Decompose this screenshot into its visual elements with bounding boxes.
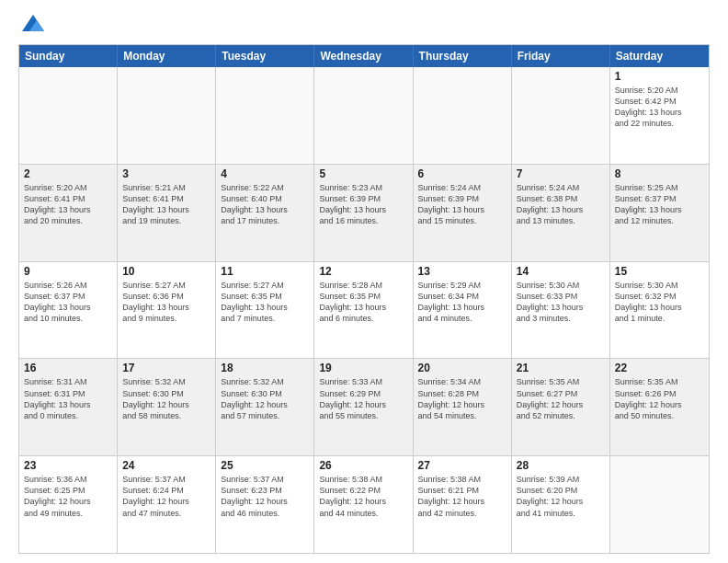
day-cell-24: 24Sunrise: 5:37 AM Sunset: 6:24 PM Dayli… <box>118 456 216 553</box>
day-cell-23: 23Sunrise: 5:36 AM Sunset: 6:25 PM Dayli… <box>19 456 118 553</box>
day-cell-26: 26Sunrise: 5:38 AM Sunset: 6:22 PM Dayli… <box>314 456 413 553</box>
day-number: 21 <box>517 362 605 374</box>
day-number: 2 <box>24 167 112 180</box>
day-number: 14 <box>517 265 605 278</box>
header <box>18 15 710 37</box>
day-number: 25 <box>221 459 309 472</box>
day-info: Sunrise: 5:32 AM Sunset: 6:30 PM Dayligh… <box>221 376 309 421</box>
weekday-header-thursday: Thursday <box>414 45 512 67</box>
day-info: Sunrise: 5:26 AM Sunset: 6:37 PM Dayligh… <box>24 280 112 325</box>
day-cell-9: 9Sunrise: 5:26 AM Sunset: 6:37 PM Daylig… <box>19 262 118 359</box>
day-cell-6: 6Sunrise: 5:24 AM Sunset: 6:39 PM Daylig… <box>414 165 512 261</box>
weekday-header-wednesday: Wednesday <box>314 45 413 67</box>
day-number: 3 <box>122 167 210 180</box>
day-cell-18: 18Sunrise: 5:32 AM Sunset: 6:30 PM Dayli… <box>216 359 314 455</box>
day-number: 20 <box>418 362 506 374</box>
day-cell-4: 4Sunrise: 5:22 AM Sunset: 6:40 PM Daylig… <box>216 165 314 261</box>
weekday-header-sunday: Sunday <box>19 45 118 67</box>
empty-cell <box>19 67 118 164</box>
day-number: 27 <box>418 459 506 472</box>
day-info: Sunrise: 5:30 AM Sunset: 6:32 PM Dayligh… <box>615 280 704 325</box>
day-info: Sunrise: 5:22 AM Sunset: 6:40 PM Dayligh… <box>221 182 309 227</box>
day-cell-16: 16Sunrise: 5:31 AM Sunset: 6:31 PM Dayli… <box>19 359 118 455</box>
day-number: 23 <box>24 459 112 472</box>
day-info: Sunrise: 5:39 AM Sunset: 6:20 PM Dayligh… <box>517 474 605 519</box>
day-cell-1: 1Sunrise: 5:20 AM Sunset: 6:42 PM Daylig… <box>610 67 709 164</box>
day-cell-17: 17Sunrise: 5:32 AM Sunset: 6:30 PM Dayli… <box>118 359 216 455</box>
day-number: 1 <box>615 70 704 83</box>
day-info: Sunrise: 5:35 AM Sunset: 6:26 PM Dayligh… <box>615 376 704 421</box>
day-cell-28: 28Sunrise: 5:39 AM Sunset: 6:20 PM Dayli… <box>512 456 610 553</box>
day-number: 5 <box>319 167 407 180</box>
day-cell-8: 8Sunrise: 5:25 AM Sunset: 6:37 PM Daylig… <box>610 165 709 261</box>
day-info: Sunrise: 5:37 AM Sunset: 6:23 PM Dayligh… <box>221 474 309 519</box>
empty-cell <box>414 67 512 164</box>
day-info: Sunrise: 5:21 AM Sunset: 6:41 PM Dayligh… <box>122 182 210 227</box>
day-info: Sunrise: 5:25 AM Sunset: 6:37 PM Dayligh… <box>615 182 704 227</box>
day-info: Sunrise: 5:35 AM Sunset: 6:27 PM Dayligh… <box>517 376 605 421</box>
day-number: 17 <box>122 362 210 374</box>
day-number: 28 <box>517 459 605 472</box>
day-info: Sunrise: 5:34 AM Sunset: 6:28 PM Dayligh… <box>418 376 506 421</box>
calendar-body: 1Sunrise: 5:20 AM Sunset: 6:42 PM Daylig… <box>19 67 709 553</box>
day-number: 11 <box>221 265 309 278</box>
day-cell-22: 22Sunrise: 5:35 AM Sunset: 6:26 PM Dayli… <box>610 359 709 455</box>
calendar-row-4: 23Sunrise: 5:36 AM Sunset: 6:25 PM Dayli… <box>19 455 709 553</box>
empty-cell <box>314 67 413 164</box>
day-info: Sunrise: 5:31 AM Sunset: 6:31 PM Dayligh… <box>24 376 112 421</box>
day-info: Sunrise: 5:23 AM Sunset: 6:39 PM Dayligh… <box>319 182 407 227</box>
empty-cell <box>118 67 216 164</box>
day-info: Sunrise: 5:30 AM Sunset: 6:33 PM Dayligh… <box>517 280 605 325</box>
weekday-header-tuesday: Tuesday <box>216 45 314 67</box>
day-cell-19: 19Sunrise: 5:33 AM Sunset: 6:29 PM Dayli… <box>314 359 413 455</box>
day-info: Sunrise: 5:27 AM Sunset: 6:36 PM Dayligh… <box>122 280 210 325</box>
day-number: 9 <box>24 265 112 278</box>
day-info: Sunrise: 5:37 AM Sunset: 6:24 PM Dayligh… <box>122 474 210 519</box>
calendar-row-1: 2Sunrise: 5:20 AM Sunset: 6:41 PM Daylig… <box>19 164 709 261</box>
day-cell-27: 27Sunrise: 5:38 AM Sunset: 6:21 PM Dayli… <box>414 456 512 553</box>
day-info: Sunrise: 5:33 AM Sunset: 6:29 PM Dayligh… <box>319 376 407 421</box>
day-info: Sunrise: 5:27 AM Sunset: 6:35 PM Dayligh… <box>221 280 309 325</box>
logo <box>18 15 46 37</box>
day-cell-2: 2Sunrise: 5:20 AM Sunset: 6:41 PM Daylig… <box>19 165 118 261</box>
page: SundayMondayTuesdayWednesdayThursdayFrid… <box>0 0 728 563</box>
day-info: Sunrise: 5:38 AM Sunset: 6:21 PM Dayligh… <box>418 474 506 519</box>
day-number: 12 <box>319 265 407 278</box>
day-cell-13: 13Sunrise: 5:29 AM Sunset: 6:34 PM Dayli… <box>414 262 512 359</box>
day-number: 26 <box>319 459 407 472</box>
day-info: Sunrise: 5:24 AM Sunset: 6:39 PM Dayligh… <box>418 182 506 227</box>
day-number: 4 <box>221 167 309 180</box>
day-info: Sunrise: 5:38 AM Sunset: 6:22 PM Dayligh… <box>319 474 407 519</box>
logo-icon <box>20 11 46 37</box>
day-info: Sunrise: 5:32 AM Sunset: 6:30 PM Dayligh… <box>122 376 210 421</box>
day-number: 18 <box>221 362 309 374</box>
day-info: Sunrise: 5:20 AM Sunset: 6:42 PM Dayligh… <box>615 85 704 130</box>
day-info: Sunrise: 5:29 AM Sunset: 6:34 PM Dayligh… <box>418 280 506 325</box>
day-cell-5: 5Sunrise: 5:23 AM Sunset: 6:39 PM Daylig… <box>314 165 413 261</box>
day-number: 16 <box>24 362 112 374</box>
weekday-header-saturday: Saturday <box>610 45 709 67</box>
day-cell-20: 20Sunrise: 5:34 AM Sunset: 6:28 PM Dayli… <box>414 359 512 455</box>
day-number: 7 <box>517 167 605 180</box>
day-number: 24 <box>122 459 210 472</box>
day-number: 6 <box>418 167 506 180</box>
empty-cell <box>610 456 709 553</box>
calendar-row-3: 16Sunrise: 5:31 AM Sunset: 6:31 PM Dayli… <box>19 358 709 455</box>
day-info: Sunrise: 5:36 AM Sunset: 6:25 PM Dayligh… <box>24 474 112 519</box>
day-cell-11: 11Sunrise: 5:27 AM Sunset: 6:35 PM Dayli… <box>216 262 314 359</box>
day-number: 19 <box>319 362 407 374</box>
weekday-header-friday: Friday <box>512 45 610 67</box>
day-cell-12: 12Sunrise: 5:28 AM Sunset: 6:35 PM Dayli… <box>314 262 413 359</box>
calendar-row-0: 1Sunrise: 5:20 AM Sunset: 6:42 PM Daylig… <box>19 67 709 164</box>
day-cell-25: 25Sunrise: 5:37 AM Sunset: 6:23 PM Dayli… <box>216 456 314 553</box>
day-info: Sunrise: 5:28 AM Sunset: 6:35 PM Dayligh… <box>319 280 407 325</box>
day-cell-3: 3Sunrise: 5:21 AM Sunset: 6:41 PM Daylig… <box>118 165 216 261</box>
day-number: 15 <box>615 265 704 278</box>
day-number: 22 <box>615 362 704 374</box>
day-info: Sunrise: 5:20 AM Sunset: 6:41 PM Dayligh… <box>24 182 112 227</box>
weekday-header-monday: Monday <box>118 45 216 67</box>
day-cell-14: 14Sunrise: 5:30 AM Sunset: 6:33 PM Dayli… <box>512 262 610 359</box>
day-cell-15: 15Sunrise: 5:30 AM Sunset: 6:32 PM Dayli… <box>610 262 709 359</box>
calendar-header: SundayMondayTuesdayWednesdayThursdayFrid… <box>19 45 709 67</box>
day-info: Sunrise: 5:24 AM Sunset: 6:38 PM Dayligh… <box>517 182 605 227</box>
